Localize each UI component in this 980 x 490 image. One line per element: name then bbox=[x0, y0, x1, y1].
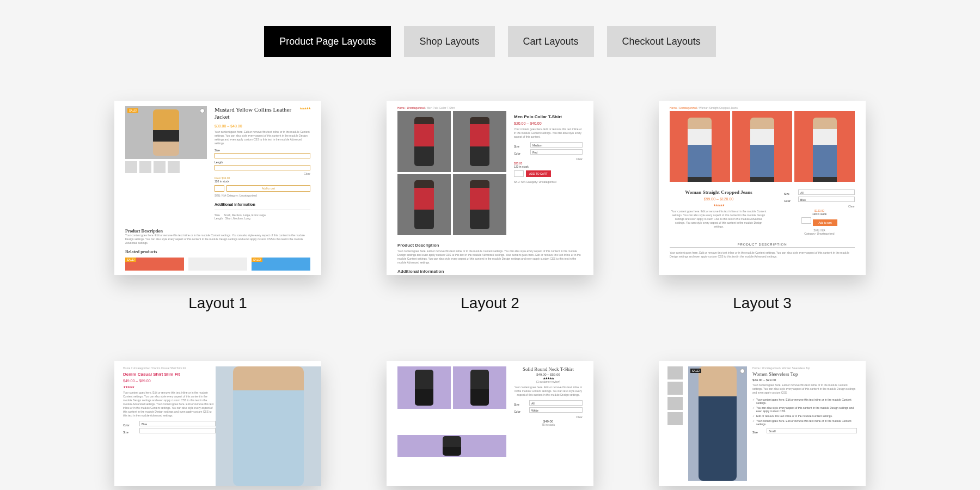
product-description-heading: Product Description bbox=[397, 243, 583, 248]
tab-checkout-layouts[interactable]: Checkout Layouts bbox=[607, 26, 716, 57]
additional-info-heading: Additional information bbox=[397, 269, 583, 274]
price: $99.00 – $120.00 bbox=[670, 197, 768, 201]
rating-stars: ★★★★★ bbox=[299, 106, 310, 110]
price: $49.00 – $89.00 bbox=[123, 379, 216, 383]
tab-shop-layouts[interactable]: Shop Layouts bbox=[404, 26, 494, 57]
product-title: Mustard Yellow Collins Leather Jacket bbox=[215, 106, 299, 120]
layout-caption: Layout 2 bbox=[461, 295, 519, 312]
product-description: Your content goes here. Edit or remove t… bbox=[752, 383, 857, 395]
breadcrumb: Home / Uncategorized / Women Sleeveless … bbox=[752, 366, 857, 370]
layout-card-2: Home / Uncategorized / Men Polo Collar T… bbox=[387, 101, 593, 312]
layout-card-6: SALE! Home / Uncategorized / Women Sleev… bbox=[659, 361, 866, 486]
rating-stars: ★★★★★ bbox=[713, 204, 724, 207]
thumbnail-row bbox=[125, 161, 207, 173]
product-title: Men Polo Collar T-Shirt bbox=[514, 114, 583, 119]
size-label: Size bbox=[123, 431, 135, 434]
sku-text: SKU: N/A Category: Uncategorized bbox=[514, 180, 583, 183]
layout-card-1: SALE! Mustard Yellow Collins Leather Jac… bbox=[114, 101, 321, 312]
qty-input bbox=[215, 185, 224, 192]
price: $49.00 – $59.00 bbox=[514, 373, 583, 376]
product-title: Denim Casual Shirt Slim Fit bbox=[123, 372, 216, 377]
layout-preview-6[interactable]: SALE! Home / Uncategorized / Women Sleev… bbox=[659, 361, 866, 486]
add-to-cart-button: Add to cart bbox=[226, 185, 310, 192]
feature-bullet: You can also style every aspect of this … bbox=[752, 406, 857, 413]
description-tab: PRODUCT DESCRIPTION bbox=[670, 243, 855, 248]
clear-link: Clear bbox=[514, 415, 583, 419]
additional-info-body: Size Small, Medium, Large, Extra Large L… bbox=[215, 213, 310, 220]
product-image: SALE! bbox=[688, 366, 747, 481]
sale-badge: SALE! bbox=[127, 108, 138, 113]
layout-caption: Layout 1 bbox=[188, 295, 247, 312]
add-to-cart-button: Add to cart bbox=[813, 219, 837, 226]
zoom-icon bbox=[200, 108, 205, 113]
price: $20.00 – $40.00 bbox=[514, 121, 583, 125]
tab-cart-layouts[interactable]: Cart Layouts bbox=[508, 26, 594, 57]
layout-preview-3[interactable]: Home / Uncategorized / Woman Straight Cr… bbox=[659, 101, 866, 275]
size-select: Medium bbox=[530, 142, 583, 148]
color-select: Blue bbox=[798, 197, 855, 202]
size-select: All bbox=[798, 189, 855, 195]
length-select bbox=[215, 165, 310, 170]
add-to-cart-button: ADD TO CART bbox=[526, 170, 551, 177]
stock-count: 120 in stock bbox=[514, 165, 583, 168]
stock-count: 120 in stock bbox=[784, 212, 855, 216]
breadcrumb: Home / Uncategorized / Denim Casual Shir… bbox=[123, 366, 216, 370]
stock-count: 120 in stock bbox=[215, 180, 310, 183]
product-description: Your content goes here. Edit or remove t… bbox=[514, 127, 583, 139]
sale-badge: SALE! bbox=[690, 369, 701, 373]
feature-bullet: Edit or remove this text inline or in th… bbox=[752, 414, 857, 418]
clear-link: Clear bbox=[215, 172, 310, 175]
product-description: Your content goes here. Edit or remove t… bbox=[215, 130, 310, 145]
layout-tabs: Product Page Layouts Shop Layouts Cart L… bbox=[0, 0, 980, 101]
color-label: Color bbox=[123, 424, 135, 427]
qty-input bbox=[801, 217, 811, 224]
tab-product-page-layouts[interactable]: Product Page Layouts bbox=[264, 26, 391, 57]
breadcrumb: Home / Uncategorized / Woman Straight Cr… bbox=[670, 106, 855, 109]
clear-link: Clear bbox=[784, 205, 855, 208]
layout-preview-1[interactable]: SALE! Mustard Yellow Collins Leather Jac… bbox=[114, 101, 321, 275]
breadcrumb: Home / Uncategorized / Men Polo Collar T… bbox=[397, 106, 583, 109]
review-count: (1 customer review) bbox=[514, 380, 583, 383]
product-description: Your content goes here. Edit or remove t… bbox=[514, 385, 583, 397]
layout-card-4: Home / Uncategorized / Denim Casual Shir… bbox=[114, 361, 321, 486]
layout-caption: Layout 3 bbox=[733, 295, 791, 312]
layout-card-3: Home / Uncategorized / Woman Straight Cr… bbox=[659, 101, 866, 312]
related-heading: Related products bbox=[125, 249, 310, 254]
product-description-body: Your content goes here. Edit or remove t… bbox=[670, 251, 855, 259]
product-description-heading: Product Description bbox=[125, 229, 310, 234]
feature-bullet: Your content goes here. Edit or remove t… bbox=[752, 398, 857, 405]
product-image-grid bbox=[670, 111, 855, 182]
product-description-body: Your content goes here. Edit or remove t… bbox=[397, 249, 583, 265]
clear-link: Clear bbox=[514, 157, 583, 161]
zoom-icon bbox=[740, 369, 745, 373]
additional-info-heading: Additional information bbox=[215, 203, 310, 206]
price: $30.00 – $48.00 bbox=[215, 124, 310, 128]
product-image bbox=[216, 366, 321, 486]
sale-badge: SALE! bbox=[125, 258, 136, 262]
color-select: Red bbox=[530, 149, 583, 155]
layout-preview-5[interactable]: Solid Round Neck T-Shirt $49.00 – $59.00… bbox=[387, 361, 593, 486]
size-label: Size bbox=[752, 431, 762, 434]
sku-text: SKU: N/A Category: Uncategorized bbox=[215, 194, 310, 197]
price: $24.00 – $29.00 bbox=[752, 378, 857, 382]
qty-input bbox=[514, 170, 524, 177]
layout-preview-4[interactable]: Home / Uncategorized / Denim Casual Shir… bbox=[114, 361, 321, 486]
color-label: Color bbox=[784, 199, 795, 203]
size-select: Small bbox=[767, 428, 857, 433]
size-label: Size bbox=[514, 403, 525, 406]
sale-badge: SALE! bbox=[252, 258, 262, 262]
rating-stars: ★★★★★ bbox=[123, 385, 134, 389]
size-label: Size bbox=[784, 192, 795, 195]
product-title: Woman Straight Cropped Jeans bbox=[670, 189, 768, 195]
sku-text: SKU: N/A Category: Uncategorized bbox=[784, 229, 855, 235]
color-select: Blue bbox=[139, 421, 216, 426]
product-image-grid bbox=[397, 366, 506, 481]
layout-preview-2[interactable]: Home / Uncategorized / Men Polo Collar T… bbox=[387, 101, 593, 275]
stock-count: 75 in stock bbox=[514, 423, 583, 426]
feature-bullet: Your content goes here. Edit or remove t… bbox=[752, 419, 857, 426]
product-image-grid bbox=[397, 111, 506, 235]
size-label: Size bbox=[514, 145, 526, 148]
product-title: Solid Round Neck T-Shirt bbox=[514, 366, 583, 372]
product-description: Your content goes here. Edit or remove t… bbox=[123, 391, 216, 418]
product-title: Women Sleeveless Top bbox=[752, 371, 857, 377]
